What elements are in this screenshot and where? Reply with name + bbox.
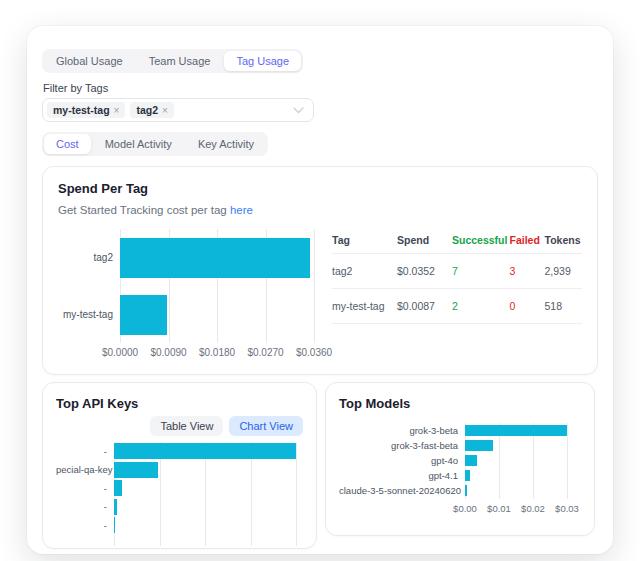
tab-global-usage[interactable]: Global Usage	[44, 51, 135, 71]
tab-team-usage[interactable]: Team Usage	[137, 51, 223, 71]
chart-axis-ticks: $0.0000$0.0090$0.0180$0.0270$0.0360	[120, 343, 314, 359]
chart-bar-row: -	[56, 516, 303, 535]
chart-category-label: grok-3-beta	[339, 425, 465, 436]
chart-bar-row: gpt-4.1	[339, 468, 581, 483]
cell-tag: tag2	[332, 265, 397, 277]
chart-bar-track	[114, 443, 296, 459]
chart-category-label: grok-3-fast-beta	[339, 440, 465, 451]
cell-tokens: 2,939	[545, 265, 583, 277]
tag-filter-select[interactable]: my-test-tag × tag2 ×	[42, 98, 314, 122]
tag-chip[interactable]: my-test-tag ×	[47, 102, 125, 118]
col-tokens: Tokens	[545, 234, 583, 246]
page-background: Global Usage Team Usage Tag Usage Filter…	[0, 0, 640, 561]
chart-view-button[interactable]: Chart View	[229, 416, 303, 436]
chart-tick-label: $0.0180	[199, 347, 235, 358]
chart-bar-track	[114, 480, 296, 496]
table-row: my-test-tag $0.0087 2 0 518	[332, 289, 582, 324]
chart-bar-track	[465, 470, 567, 481]
chart-bar-track	[114, 462, 296, 478]
chart-bar-track	[114, 499, 296, 515]
top-models-card: Top Models grok-3-betagrok-3-fast-betagp…	[325, 382, 595, 536]
cell-tokens: 518	[545, 300, 583, 312]
spend-per-tag-title: Spend Per Tag	[58, 181, 582, 196]
usage-scope-tabs: Global Usage Team Usage Tag Usage	[42, 49, 303, 73]
cell-failed: 0	[510, 300, 545, 312]
remove-tag-icon[interactable]: ×	[162, 105, 168, 116]
chart-bar-track	[465, 425, 567, 436]
remove-tag-icon[interactable]: ×	[114, 105, 120, 116]
chart-tick-label: $0.0360	[296, 347, 332, 358]
top-models-chart: grok-3-betagrok-3-fast-betagpt-4ogpt-4.1…	[339, 423, 581, 515]
subtitle-text: Get Started Tracking cost per tag	[58, 204, 230, 216]
chart-tick-label: $0.0090	[150, 347, 186, 358]
get-started-link[interactable]: here	[230, 204, 253, 216]
tab-tag-usage[interactable]: Tag Usage	[224, 51, 301, 71]
chart-gridline	[314, 229, 315, 343]
chart-bar-row: pecial-qa-key	[56, 461, 303, 480]
chart-category-label: pecial-qa-key	[56, 464, 114, 475]
chart-bar-row: grok-3-fast-beta	[339, 438, 581, 453]
cell-successful: 7	[452, 265, 510, 277]
usage-dashboard-panel: Global Usage Team Usage Tag Usage Filter…	[27, 26, 613, 554]
chart-bar-track	[465, 440, 567, 451]
chart-bar-track	[120, 295, 314, 335]
chart-bar-track	[120, 238, 314, 278]
chart-tick-label: $0.02	[521, 503, 545, 514]
tab-key-activity[interactable]: Key Activity	[186, 134, 266, 154]
col-successful: Successful	[452, 234, 510, 246]
cell-successful: 2	[452, 300, 510, 312]
chart-bar-track	[465, 485, 567, 496]
chart-tick-label: $0.0000	[102, 347, 138, 358]
chart-category-label: claude-3-5-sonnet-20240620	[339, 485, 465, 496]
chart-category-label: -	[56, 483, 114, 494]
chart-bar	[465, 455, 477, 466]
cell-tag: my-test-tag	[332, 300, 397, 312]
view-toggle: Table View Chart View	[56, 416, 303, 436]
chart-category-label: -	[56, 520, 114, 531]
chart-category-label: tag2	[58, 252, 120, 263]
chevron-down-icon	[293, 107, 304, 114]
top-models-title: Top Models	[339, 396, 581, 411]
chart-tick-label: $0.00	[453, 503, 477, 514]
bottom-cards-row: Top API Keys Table View Chart View -peci…	[42, 382, 598, 549]
col-failed: Failed	[510, 234, 545, 246]
tag-chip[interactable]: tag2 ×	[130, 102, 173, 118]
chart-bar	[120, 295, 167, 335]
spend-per-tag-subtitle: Get Started Tracking cost per tag here	[58, 204, 582, 216]
chart-bar-row: tag2	[58, 229, 314, 286]
tag-chip-label: tag2	[136, 104, 158, 116]
chart-bar	[465, 425, 567, 436]
chart-bar-track	[114, 517, 296, 533]
chart-bar	[465, 470, 470, 481]
spend-content: tag2my-test-tag$0.0000$0.0090$0.0180$0.0…	[58, 229, 582, 359]
filter-by-tags-label: Filter by Tags	[43, 82, 598, 94]
col-spend: Spend	[397, 234, 452, 246]
chart-tick-label: $0.03	[555, 503, 579, 514]
cell-failed: 3	[510, 265, 545, 277]
spend-per-tag-chart: tag2my-test-tag$0.0000$0.0090$0.0180$0.0…	[58, 229, 314, 359]
tab-cost[interactable]: Cost	[44, 134, 91, 154]
chart-bar	[465, 440, 493, 451]
table-row: tag2 $0.0352 7 3 2,939	[332, 254, 582, 289]
chart-bar	[120, 238, 310, 278]
chart-bar-row: -	[56, 479, 303, 498]
tab-model-activity[interactable]: Model Activity	[93, 134, 184, 154]
top-api-keys-title: Top API Keys	[56, 396, 303, 411]
chart-bar-row: -	[56, 442, 303, 461]
chart-plot-area: tag2my-test-tag	[58, 229, 314, 343]
chart-plot-area: -pecial-qa-key---	[56, 442, 303, 546]
chart-category-label: my-test-tag	[58, 309, 120, 320]
chart-bar-row: gpt-4o	[339, 453, 581, 468]
chart-bar	[114, 480, 122, 496]
spend-per-tag-card: Spend Per Tag Get Started Tracking cost …	[42, 166, 598, 375]
chart-tick-label: $0.01	[487, 503, 511, 514]
chart-bar-row: grok-3-beta	[339, 423, 581, 438]
chart-axis-ticks: $0.00$0.01$0.02$0.03	[465, 499, 567, 515]
chart-category-label: gpt-4o	[339, 455, 465, 466]
chart-tick-label: $0.0270	[247, 347, 283, 358]
chart-bar-row: claude-3-5-sonnet-20240620	[339, 483, 581, 498]
cell-spend: $0.0352	[397, 265, 452, 277]
chart-bar	[114, 443, 296, 459]
table-view-button[interactable]: Table View	[150, 416, 223, 436]
chart-bar	[465, 485, 467, 496]
